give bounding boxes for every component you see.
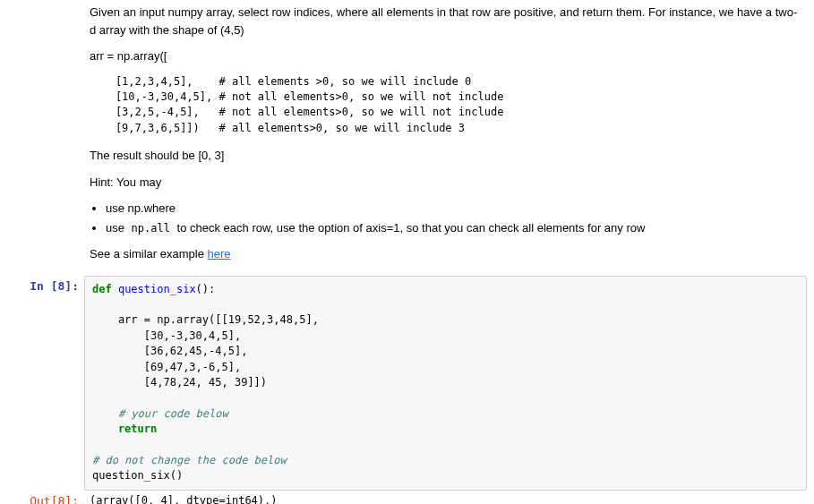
example-line-4: [9,7,3,6,5]]) # all elements>0, so we wi… <box>90 122 465 134</box>
code-call-line: question_six() <box>92 469 183 482</box>
markdown-prompt-spacer <box>7 0 84 276</box>
hint-intro-paragraph: Hint: You may <box>90 174 801 192</box>
code-input-cell: In [8]: def question_six(): arr = np.arr… <box>7 276 807 491</box>
output-prompt: Out[8]: <box>7 491 84 504</box>
code-arr-line-1: arr = np.array([[19,52,3,48,5], <box>92 313 319 326</box>
code-arr-line-4: [69,47,3,-6,5], <box>92 361 241 373</box>
code-arr-line-3: [36,62,45,-4,5], <box>92 345 247 357</box>
code-func-name: question_six <box>112 283 196 295</box>
see-similar-link[interactable]: here <box>208 247 231 261</box>
markdown-cell-description: Given an input numpy array, select row i… <box>7 0 807 276</box>
see-similar-paragraph: See a similar example here <box>90 245 801 263</box>
hint-item-2: use np.all to check each row, use the op… <box>106 219 801 237</box>
hint-item-1: use np.where <box>106 200 801 218</box>
code-comment-do-not-change: # do not change the code below <box>92 454 287 466</box>
code-arr-line-2: [30,-3,30,4,5], <box>92 329 241 342</box>
code-def-keyword: def <box>92 283 112 295</box>
example-line-1: [1,2,3,4,5], # all elements >0, so we wi… <box>90 75 471 88</box>
inline-code-npall: np.all <box>128 221 174 235</box>
result-paragraph: The result should be [0, 3] <box>90 147 801 165</box>
code-editor[interactable]: def question_six(): arr = np.array([[19,… <box>84 276 807 491</box>
hint-list: use np.where use np.all to check each ro… <box>106 200 801 236</box>
code-comment-your-code: # your code below <box>92 407 228 420</box>
markdown-content: Given an input numpy array, select row i… <box>84 0 807 276</box>
arr-decl-paragraph: arr = np.array([ <box>90 47 801 65</box>
input-prompt: In [8]: <box>7 276 84 491</box>
output-text: (array([0, 4], dtype=int64),) <box>84 491 807 504</box>
example-code-block: [1,2,3,4,5], # all elements >0, so we wi… <box>90 74 801 137</box>
code-return: return <box>92 423 157 435</box>
example-line-3: [3,2,5,-4,5], # not all elements>0, so w… <box>90 106 503 118</box>
example-line-2: [10,-3,30,4,5], # not all elements>0, so… <box>90 90 503 103</box>
code-output-cell: Out[8]: (array([0, 4], dtype=int64),) <box>7 491 807 504</box>
intro-paragraph: Given an input numpy array, select row i… <box>90 4 801 38</box>
code-func-paren: (): <box>196 283 216 295</box>
code-arr-line-5: [4,78,24, 45, 39]]) <box>92 376 267 389</box>
